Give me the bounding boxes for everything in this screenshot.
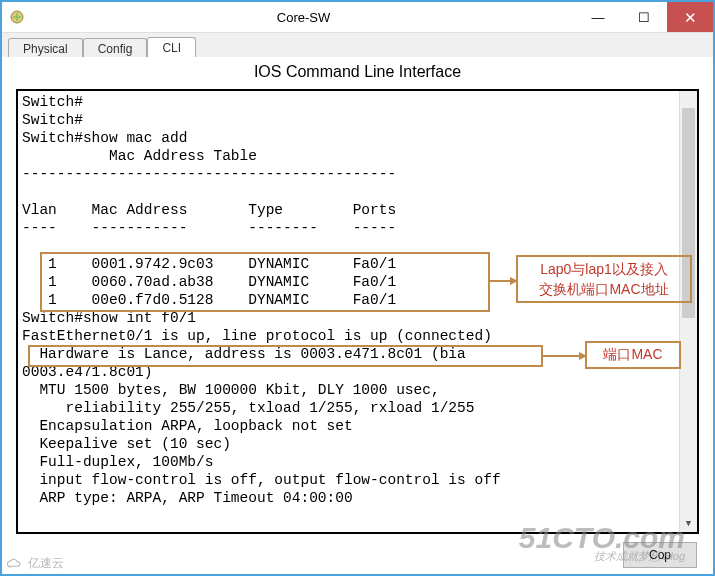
- terminal-scrollbar[interactable]: ▲ ▼: [679, 91, 697, 532]
- cli-pane: IOS Command Line Interface Switch# Switc…: [2, 57, 713, 574]
- cli-line: Switch#show mac add: [22, 130, 187, 146]
- close-button[interactable]: ✕: [667, 2, 713, 32]
- highlight-mac-table: [40, 252, 490, 312]
- cli-line: Full-duplex, 100Mb/s: [22, 454, 213, 470]
- annotation-mac-label: Lap0与lap1以及接入 交换机端口MAC地址: [516, 255, 692, 303]
- arrow-icon: [490, 280, 516, 282]
- annotation-text: 交换机端口MAC地址: [539, 279, 668, 299]
- cli-line: Switch#show int f0/1: [22, 310, 196, 326]
- arrow-icon: [543, 355, 585, 357]
- cli-line: Mac Address Table: [22, 148, 257, 164]
- tab-physical[interactable]: Physical: [8, 38, 83, 59]
- app-icon: [2, 9, 32, 25]
- footer-buttons: Cop: [623, 542, 697, 568]
- title-bar: Core-SW — ☐ ✕: [2, 2, 713, 33]
- cli-line: ARP type: ARPA, ARP Timeout 04:00:00: [22, 490, 353, 506]
- cli-line: reliability 255/255, txload 1/255, rxloa…: [22, 400, 474, 416]
- cli-line: Keepalive set (10 sec): [22, 436, 231, 452]
- highlight-hardware-line: [28, 345, 543, 367]
- annotation-text: Lap0与lap1以及接入: [540, 259, 668, 279]
- copy-button[interactable]: Cop: [623, 542, 697, 568]
- cli-line: Switch#: [22, 112, 83, 128]
- cli-line: MTU 1500 bytes, BW 100000 Kbit, DLY 1000…: [22, 382, 440, 398]
- minimize-button[interactable]: —: [575, 2, 621, 32]
- cli-line: ---- ----------- -------- -----: [22, 220, 396, 236]
- cli-line: Switch#: [22, 94, 83, 110]
- annotation-text: 端口MAC: [603, 346, 662, 364]
- cli-line: Vlan Mac Address Type Ports: [22, 202, 396, 218]
- app-window: Core-SW — ☐ ✕ Physical Config CLI IOS Co…: [0, 0, 715, 576]
- window-title: Core-SW: [32, 10, 575, 25]
- maximize-button[interactable]: ☐: [621, 2, 667, 32]
- cli-title: IOS Command Line Interface: [2, 57, 713, 85]
- window-controls: — ☐ ✕: [575, 2, 713, 32]
- tab-config[interactable]: Config: [83, 38, 148, 59]
- cli-line: input flow-control is off, output flow-c…: [22, 472, 501, 488]
- cli-line: ----------------------------------------…: [22, 166, 396, 182]
- cli-line: Encapsulation ARPA, loopback not set: [22, 418, 353, 434]
- scroll-down-button[interactable]: ▼: [680, 515, 697, 532]
- tab-bar: Physical Config CLI: [2, 33, 713, 59]
- cli-line: FastEthernet0/1 is up, line protocol is …: [22, 328, 492, 344]
- terminal[interactable]: Switch# Switch# Switch#show mac add Mac …: [16, 89, 699, 534]
- tab-cli[interactable]: CLI: [147, 37, 196, 59]
- annotation-hw-label: 端口MAC: [585, 341, 681, 369]
- terminal-container: Switch# Switch# Switch#show mac add Mac …: [16, 89, 699, 534]
